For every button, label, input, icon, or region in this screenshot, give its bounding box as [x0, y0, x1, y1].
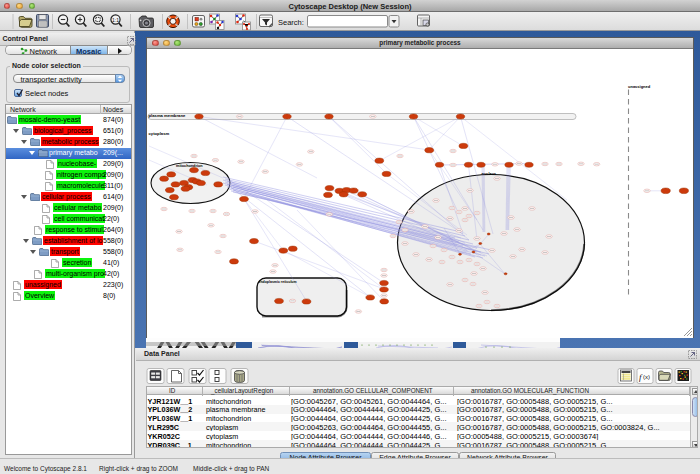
svg-text:endoplasmic reticulum: endoplasmic reticulum	[259, 279, 297, 283]
svg-text:mitochondrion: mitochondrion	[176, 163, 203, 167]
svg-text:1:1: 1:1	[112, 17, 119, 23]
svg-text:plasma membrane: plasma membrane	[149, 113, 186, 118]
svg-text:Search:: Search:	[278, 18, 304, 27]
svg-text:nucleus: nucleus	[482, 170, 497, 175]
svg-text:(x): (x)	[643, 373, 650, 379]
svg-text:cytoplasm: cytoplasm	[149, 130, 170, 135]
svg-text:unassigned: unassigned	[628, 83, 651, 88]
